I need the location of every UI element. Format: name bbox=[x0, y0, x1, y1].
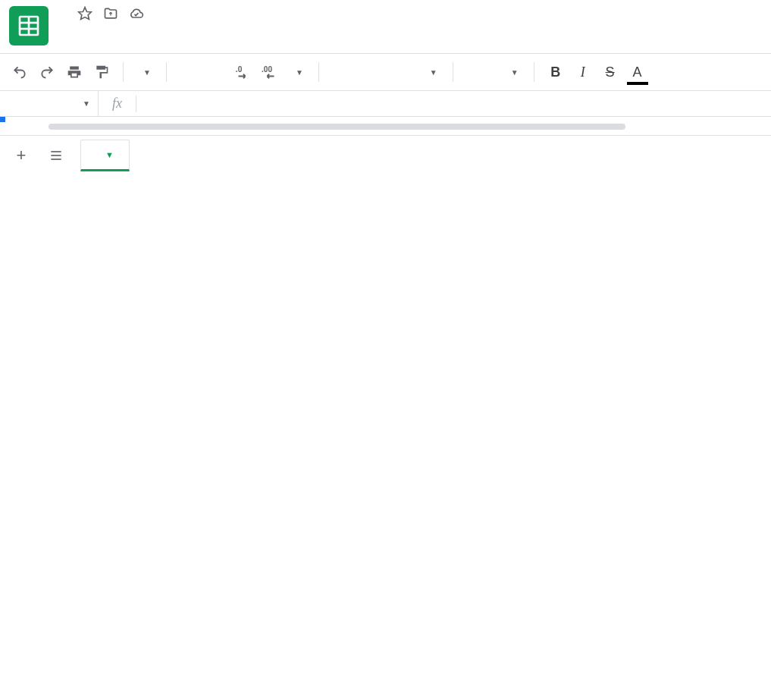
font-dropdown[interactable]: ▼ bbox=[330, 68, 442, 77]
name-box[interactable]: ▼ bbox=[0, 91, 99, 116]
cloud-saved-icon[interactable] bbox=[129, 6, 144, 21]
toolbar: ▼ .0 .00 ▼ ▼ ▼ B I S A bbox=[0, 54, 771, 90]
caret-down-icon: ▼ bbox=[511, 68, 519, 77]
caret-down-icon: ▼ bbox=[143, 68, 151, 77]
bold-button[interactable]: B bbox=[545, 61, 566, 83]
fx-icon: fx bbox=[99, 96, 136, 111]
italic-button[interactable]: I bbox=[572, 61, 594, 83]
formula-bar[interactable] bbox=[136, 91, 771, 116]
svg-rect-9 bbox=[51, 159, 61, 160]
caret-down-icon: ▼ bbox=[83, 99, 90, 108]
caret-down-icon: ▼ bbox=[430, 68, 437, 77]
svg-text:.0: .0 bbox=[236, 65, 243, 74]
font-size-dropdown[interactable]: ▼ bbox=[464, 68, 523, 77]
selection-handle[interactable] bbox=[0, 117, 5, 122]
svg-rect-8 bbox=[51, 155, 61, 156]
svg-text:.00: .00 bbox=[262, 65, 272, 74]
decrease-decimal-button[interactable]: .0 bbox=[232, 61, 253, 83]
add-sheet-button[interactable]: + bbox=[11, 145, 32, 166]
svg-marker-4 bbox=[79, 8, 92, 20]
horizontal-scrollbar[interactable] bbox=[9, 121, 762, 132]
percent-button[interactable] bbox=[205, 61, 226, 83]
star-icon[interactable] bbox=[77, 6, 92, 21]
sheet-tab-active[interactable]: ▼ bbox=[80, 140, 130, 171]
redo-button[interactable] bbox=[36, 61, 58, 83]
move-folder-icon[interactable] bbox=[103, 6, 118, 21]
caret-down-icon: ▼ bbox=[296, 68, 303, 77]
all-sheets-button[interactable] bbox=[45, 145, 67, 166]
number-format-dropdown[interactable]: ▼ bbox=[287, 68, 308, 77]
caret-down-icon: ▼ bbox=[105, 150, 114, 159]
strikethrough-button[interactable]: S bbox=[600, 61, 621, 83]
svg-rect-7 bbox=[51, 151, 61, 152]
paint-format-button[interactable] bbox=[91, 61, 112, 83]
print-button[interactable] bbox=[64, 61, 85, 83]
currency-button[interactable] bbox=[177, 61, 199, 83]
text-color-button[interactable]: A bbox=[627, 61, 648, 83]
sheets-logo[interactable] bbox=[9, 6, 49, 46]
increase-decimal-button[interactable]: .00 bbox=[259, 61, 281, 83]
zoom-dropdown[interactable]: ▼ bbox=[134, 68, 155, 77]
undo-button[interactable] bbox=[9, 61, 30, 83]
